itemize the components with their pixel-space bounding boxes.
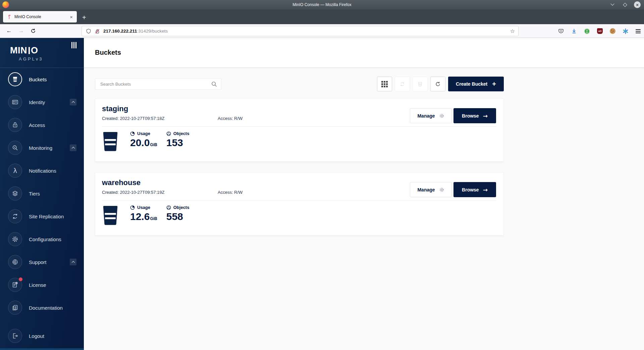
- url-text[interactable]: 217.160.222.211:31429/buckets: [103, 29, 510, 34]
- refresh-button[interactable]: [430, 77, 445, 91]
- url-host: 217.160.222.211: [103, 29, 137, 34]
- content-area: Create Bucket + staging Created: 2022-10…: [84, 67, 644, 350]
- arrow-right-icon: →: [483, 113, 488, 119]
- window-titlebar: MinIO Console — Mozilla Firefox ×: [0, 0, 644, 9]
- sidebar-item-label: Identity: [29, 99, 45, 105]
- firefox-window: MinIO Console — Mozilla Firefox × MinIO …: [0, 0, 644, 350]
- usage-value: 12.6GiB: [130, 211, 157, 222]
- plus-icon: +: [492, 81, 496, 87]
- objects-label-row: Objects: [166, 131, 190, 136]
- delete-bucket-button-disabled: [413, 77, 428, 91]
- sidebar-item-label: Documentation: [29, 305, 63, 311]
- sidebar-item-support[interactable]: Support: [0, 251, 84, 273]
- sidebar-item-site-replication[interactable]: Site Replication: [0, 205, 84, 228]
- objects-metric: Objects 153: [166, 131, 190, 152]
- arrow-right-icon: →: [483, 186, 488, 193]
- card-divider: [102, 126, 497, 127]
- tab-title: MinIO Console: [14, 14, 68, 19]
- menu-hamburger-icon[interactable]: [636, 29, 641, 33]
- sidebar-item-license[interactable]: License: [0, 273, 84, 296]
- documentation-pages-icon: [8, 301, 22, 315]
- license-label: AGPLv3: [19, 56, 84, 61]
- sidebar-item-identity[interactable]: Identity: [0, 91, 84, 114]
- bucket-access: Access: R/W: [218, 190, 243, 195]
- minio-console-app: MINO AGPLv3 Buckets: [0, 38, 644, 350]
- window-maximize-button[interactable]: [622, 1, 628, 8]
- grid-icon: [381, 81, 388, 87]
- bucket-card-warehouse[interactable]: warehouse Created: 2022-10-27T09:57:19Z …: [95, 172, 504, 235]
- page-title: Buckets: [95, 49, 121, 56]
- bookmark-star-icon[interactable]: ☆: [510, 28, 515, 34]
- window-close-button[interactable]: ×: [634, 1, 641, 8]
- sidebar-item-label: License: [29, 282, 46, 288]
- usage-metric: Usage 12.6GiB: [130, 205, 157, 226]
- sidebar-item-logout[interactable]: Logout: [0, 324, 84, 347]
- new-tab-button[interactable]: +: [82, 14, 86, 21]
- manage-button[interactable]: Manage: [410, 182, 452, 197]
- sidebar-item-label: Logout: [29, 333, 44, 339]
- browse-button[interactable]: Browse →: [453, 182, 496, 197]
- logo-text-right: O: [31, 45, 38, 56]
- sidebar-item-buckets[interactable]: Buckets: [0, 68, 84, 91]
- usage-unit: GiB: [150, 142, 157, 147]
- bucket-access: Access: R/W: [218, 116, 243, 121]
- toolbar-extensions: uO: [558, 24, 641, 38]
- main-content: Buckets: [84, 38, 644, 350]
- usage-label-row: Usage: [130, 131, 157, 136]
- sidebar-item-configurations[interactable]: Configurations: [0, 228, 84, 251]
- tab-close-button[interactable]: ×: [68, 14, 74, 20]
- window-minimize-button[interactable]: [609, 1, 616, 8]
- pocket-icon[interactable]: [558, 28, 564, 34]
- objects-icon: [166, 131, 171, 136]
- manage-label: Manage: [417, 187, 435, 192]
- insecure-lock-icon[interactable]: [95, 29, 100, 34]
- sidebar-item-label: Support: [29, 259, 47, 265]
- toolbar-actions: Create Bucket +: [377, 77, 504, 91]
- sidebar-collapse-icon[interactable]: [71, 42, 76, 48]
- bucket-card-staging[interactable]: staging Created: 2022-10-27T09:57:18Z Ac…: [95, 98, 504, 162]
- sidebar-item-label: Monitoring: [29, 145, 52, 151]
- usage-metric: Usage 20.0GiB: [130, 131, 157, 152]
- url-bar[interactable]: 217.160.222.211:31429/buckets ☆: [82, 26, 519, 36]
- search-buckets-box[interactable]: [95, 78, 221, 90]
- sidebar-item-access[interactable]: Access: [0, 114, 84, 136]
- sidebar: MINO AGPLv3 Buckets: [0, 38, 84, 350]
- chevron-up-icon[interactable]: [70, 259, 76, 265]
- window-title: MinIO Console — Mozilla Firefox: [0, 2, 644, 7]
- usage-unit: GiB: [150, 216, 157, 221]
- usage-label: Usage: [137, 205, 150, 210]
- usage-number: 12.6: [130, 211, 150, 222]
- sidebar-item-notifications[interactable]: λ Notifications: [0, 159, 84, 182]
- ublock-origin-icon[interactable]: uO: [597, 28, 603, 34]
- create-bucket-button[interactable]: Create Bucket +: [448, 77, 504, 91]
- extension-green-icon[interactable]: [584, 28, 590, 34]
- download-icon[interactable]: [571, 28, 577, 34]
- sidebar-item-documentation[interactable]: Documentation: [0, 296, 84, 319]
- browser-toolbar: ← → 217.160.222.211:31429/buckets: [0, 24, 644, 38]
- refresh-icon: [435, 81, 441, 87]
- grid-view-button[interactable]: [377, 77, 392, 91]
- reload-button[interactable]: [28, 28, 38, 34]
- usage-value: 20.0GiB: [130, 137, 157, 148]
- search-input[interactable]: [96, 82, 211, 87]
- objects-icon: [166, 205, 171, 210]
- bucket-metrics: Usage 12.6GiB: [102, 205, 497, 226]
- lambda-glyph: λ: [13, 167, 17, 174]
- chevron-up-icon[interactable]: [70, 99, 76, 105]
- set-replication-button-disabled: [395, 77, 410, 91]
- minio-wordmark: MINO: [10, 45, 38, 56]
- chevron-up-icon[interactable]: [70, 144, 76, 151]
- sparkle-extension-icon[interactable]: [623, 28, 629, 34]
- sidebar-item-label: Notifications: [29, 168, 56, 174]
- sidebar-item-tiers[interactable]: Tiers: [0, 182, 84, 205]
- forward-button[interactable]: →: [16, 28, 26, 34]
- back-button[interactable]: ←: [4, 28, 14, 34]
- browser-tab-minio-console[interactable]: MinIO Console ×: [3, 11, 77, 23]
- sidebar-item-monitoring[interactable]: Monitoring: [0, 136, 84, 159]
- cookie-extension-icon[interactable]: [610, 28, 615, 34]
- browse-button[interactable]: Browse →: [453, 108, 496, 123]
- manage-button[interactable]: Manage: [410, 108, 452, 123]
- gear-icon: [8, 232, 22, 246]
- create-bucket-label: Create Bucket: [456, 81, 487, 87]
- shield-icon[interactable]: [86, 29, 91, 34]
